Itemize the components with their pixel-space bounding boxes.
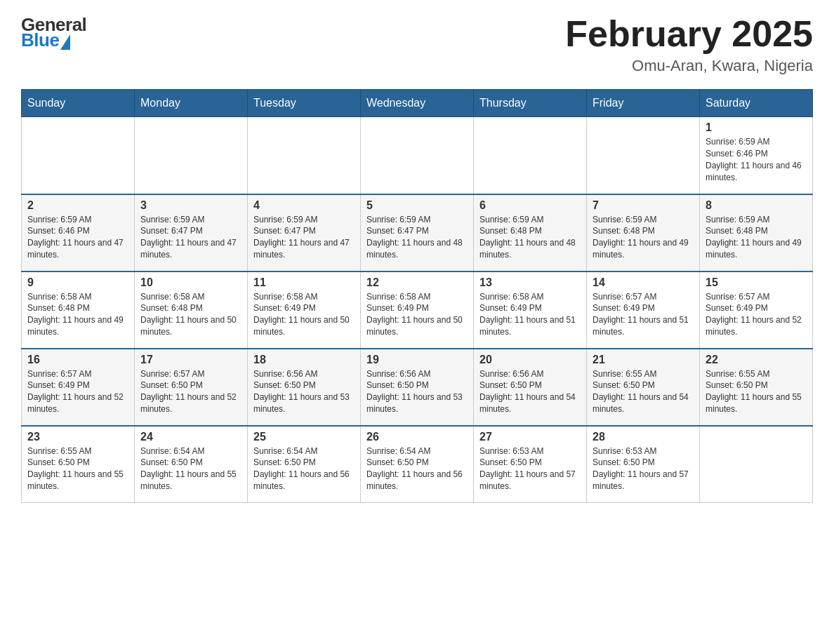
calendar-day-cell: 14Sunrise: 6:57 AMSunset: 6:49 PMDayligh… [587,271,700,349]
day-number: 20 [479,354,581,366]
day-number: 8 [706,199,807,212]
calendar-day-cell: 13Sunrise: 6:58 AMSunset: 6:49 PMDayligh… [474,271,587,349]
day-number: 4 [253,199,355,212]
calendar-day-cell: 26Sunrise: 6:54 AMSunset: 6:50 PMDayligh… [361,426,474,503]
calendar-day-cell: 8Sunrise: 6:59 AMSunset: 6:48 PMDaylight… [700,194,813,271]
day-number: 12 [366,276,468,289]
calendar-week-row: 2Sunrise: 6:59 AMSunset: 6:46 PMDaylight… [22,194,813,271]
calendar-day-cell: 28Sunrise: 6:53 AMSunset: 6:50 PMDayligh… [587,426,700,503]
calendar-day-cell: 27Sunrise: 6:53 AMSunset: 6:50 PMDayligh… [474,426,587,503]
calendar-day-cell: 21Sunrise: 6:55 AMSunset: 6:50 PMDayligh… [587,349,700,426]
page-header: General Blue February 2025 Omu-Aran, Kwa… [21,14,813,75]
day-number: 16 [27,354,128,366]
calendar-day-cell: 9Sunrise: 6:58 AMSunset: 6:48 PMDaylight… [22,271,135,349]
calendar-week-row: 23Sunrise: 6:55 AMSunset: 6:50 PMDayligh… [22,426,813,503]
header-tuesday: Tuesday [248,90,361,117]
day-info: Sunrise: 6:59 AMSunset: 6:46 PMDaylight:… [27,214,128,261]
day-number: 22 [706,354,807,366]
day-info: Sunrise: 6:58 AMSunset: 6:49 PMDaylight:… [479,291,581,338]
day-number: 5 [366,199,468,212]
day-info: Sunrise: 6:55 AMSunset: 6:50 PMDaylight:… [706,368,807,415]
header-monday: Monday [135,90,248,117]
calendar-day-cell: 15Sunrise: 6:57 AMSunset: 6:49 PMDayligh… [700,271,813,349]
day-number: 26 [366,431,468,443]
day-info: Sunrise: 6:58 AMSunset: 6:48 PMDaylight:… [27,291,128,338]
calendar-day-cell: 3Sunrise: 6:59 AMSunset: 6:47 PMDaylight… [135,194,248,271]
logo-triangle-icon [60,34,70,50]
calendar-subtitle: Omu-Aran, Kwara, Nigeria [565,57,813,75]
day-info: Sunrise: 6:58 AMSunset: 6:49 PMDaylight:… [253,291,355,338]
day-info: Sunrise: 6:57 AMSunset: 6:49 PMDaylight:… [27,368,128,415]
day-number: 3 [140,199,241,212]
day-info: Sunrise: 6:56 AMSunset: 6:50 PMDaylight:… [253,368,355,415]
day-info: Sunrise: 6:59 AMSunset: 6:47 PMDaylight:… [366,214,468,261]
day-number: 9 [27,276,128,289]
calendar-day-cell: 2Sunrise: 6:59 AMSunset: 6:46 PMDaylight… [22,194,135,271]
day-number: 18 [253,354,355,366]
day-info: Sunrise: 6:59 AMSunset: 6:47 PMDaylight:… [140,214,241,261]
logo-text: General Blue [21,14,86,51]
day-number: 1 [706,121,807,134]
header-thursday: Thursday [474,90,587,117]
calendar-header-row: SundayMondayTuesdayWednesdayThursdayFrid… [22,90,813,117]
calendar-day-cell: 18Sunrise: 6:56 AMSunset: 6:50 PMDayligh… [248,349,361,426]
day-info: Sunrise: 6:54 AMSunset: 6:50 PMDaylight:… [253,445,355,492]
day-info: Sunrise: 6:59 AMSunset: 6:47 PMDaylight:… [253,214,355,261]
day-number: 19 [366,354,468,366]
calendar-day-cell: 24Sunrise: 6:54 AMSunset: 6:50 PMDayligh… [135,426,248,503]
day-number: 14 [593,276,694,289]
header-friday: Friday [587,90,700,117]
day-info: Sunrise: 6:59 AMSunset: 6:48 PMDaylight:… [479,214,581,261]
day-info: Sunrise: 6:53 AMSunset: 6:50 PMDaylight:… [479,445,581,492]
day-info: Sunrise: 6:54 AMSunset: 6:50 PMDaylight:… [366,445,468,492]
calendar-day-cell: 19Sunrise: 6:56 AMSunset: 6:50 PMDayligh… [361,349,474,426]
calendar-day-cell: 17Sunrise: 6:57 AMSunset: 6:50 PMDayligh… [135,349,248,426]
day-info: Sunrise: 6:57 AMSunset: 6:49 PMDaylight:… [706,291,807,338]
day-info: Sunrise: 6:56 AMSunset: 6:50 PMDaylight:… [366,368,468,415]
calendar-day-cell: 22Sunrise: 6:55 AMSunset: 6:50 PMDayligh… [700,349,813,426]
calendar-day-cell: 20Sunrise: 6:56 AMSunset: 6:50 PMDayligh… [474,349,587,426]
calendar-day-cell: 25Sunrise: 6:54 AMSunset: 6:50 PMDayligh… [248,426,361,503]
calendar-day-cell: 10Sunrise: 6:58 AMSunset: 6:48 PMDayligh… [135,271,248,349]
day-info: Sunrise: 6:58 AMSunset: 6:48 PMDaylight:… [140,291,241,338]
day-number: 15 [706,276,807,289]
day-info: Sunrise: 6:57 AMSunset: 6:49 PMDaylight:… [593,291,694,338]
day-info: Sunrise: 6:59 AMSunset: 6:48 PMDaylight:… [593,214,694,261]
day-number: 25 [253,431,355,443]
calendar-day-cell: 6Sunrise: 6:59 AMSunset: 6:48 PMDaylight… [474,194,587,271]
day-info: Sunrise: 6:55 AMSunset: 6:50 PMDaylight:… [27,445,128,492]
calendar-table: SundayMondayTuesdayWednesdayThursdayFrid… [21,89,813,503]
day-number: 21 [593,354,694,366]
day-info: Sunrise: 6:56 AMSunset: 6:50 PMDaylight:… [479,368,581,415]
calendar-day-cell [22,117,135,194]
calendar-week-row: 16Sunrise: 6:57 AMSunset: 6:49 PMDayligh… [22,349,813,426]
day-number: 28 [593,431,694,443]
calendar-week-row: 9Sunrise: 6:58 AMSunset: 6:48 PMDaylight… [22,271,813,349]
logo: General Blue [21,14,86,51]
calendar-day-cell: 16Sunrise: 6:57 AMSunset: 6:49 PMDayligh… [22,349,135,426]
header-sunday: Sunday [22,90,135,117]
day-info: Sunrise: 6:59 AMSunset: 6:48 PMDaylight:… [706,214,807,261]
day-number: 24 [140,431,241,443]
day-number: 27 [479,431,581,443]
day-number: 23 [27,431,128,443]
calendar-day-cell [135,117,248,194]
day-number: 7 [593,199,694,212]
day-number: 17 [140,354,241,366]
day-number: 10 [140,276,241,289]
calendar-day-cell: 1Sunrise: 6:59 AMSunset: 6:46 PMDaylight… [700,117,813,194]
calendar-title: February 2025 [565,14,813,54]
calendar-day-cell [248,117,361,194]
calendar-day-cell [700,426,813,503]
calendar-day-cell [474,117,587,194]
title-section: February 2025 Omu-Aran, Kwara, Nigeria [565,14,813,75]
calendar-day-cell: 12Sunrise: 6:58 AMSunset: 6:49 PMDayligh… [361,271,474,349]
day-number: 11 [253,276,355,289]
day-info: Sunrise: 6:57 AMSunset: 6:50 PMDaylight:… [140,368,241,415]
day-number: 13 [479,276,581,289]
calendar-day-cell [587,117,700,194]
calendar-day-cell: 7Sunrise: 6:59 AMSunset: 6:48 PMDaylight… [587,194,700,271]
day-info: Sunrise: 6:54 AMSunset: 6:50 PMDaylight:… [140,445,241,492]
calendar-day-cell: 4Sunrise: 6:59 AMSunset: 6:47 PMDaylight… [248,194,361,271]
day-number: 6 [479,199,581,212]
